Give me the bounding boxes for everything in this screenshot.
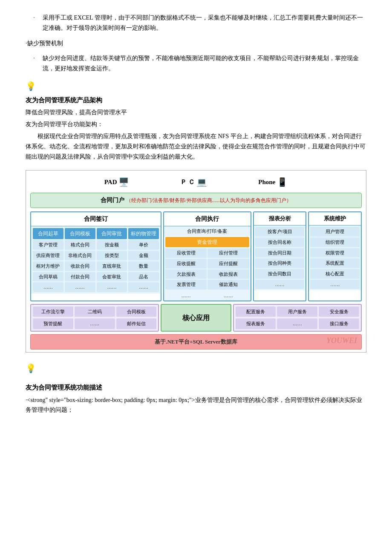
portal-main-label: 合同门户 xyxy=(101,197,124,203)
qianding-header: 合同签订 xyxy=(31,212,161,226)
xitong-cell-4: 系统配置 xyxy=(310,258,360,268)
zhixing-header: 合同执行 xyxy=(164,212,251,226)
col-moban: 合同模板 格式合同 非格式合同 收款合同 付款合同 …… xyxy=(65,228,95,292)
moban-cell-2: 非格式合同 xyxy=(65,251,95,260)
core-left-row2: 预管提醒 …… 邮件短信 xyxy=(33,318,156,329)
biaodi-cell-1: 单价 xyxy=(128,240,159,250)
baobiao-cell-4: 按合同种类 xyxy=(255,258,305,268)
zhixing-cell-3: 应收提醒 xyxy=(165,259,207,269)
zijin-header: 资金管理 xyxy=(165,237,249,247)
xitong-cell-6: …… xyxy=(310,280,360,289)
main-sections-row: 合同签订 合同起草 客户管理 供应商管理 框对方维护 合同草稿 …… 合同模板 … xyxy=(30,211,362,301)
shenpi-cell-1: 按金额 xyxy=(97,240,127,250)
bottom-para: ·<strong" style="box-sizing: border-box;… xyxy=(26,395,366,416)
section-warning: ·缺少预警机制 xyxy=(26,38,366,49)
core-left-cell-5: …… xyxy=(75,318,115,329)
warning-label: ·缺少预警机制 xyxy=(26,40,63,46)
core-right-cell-4: 报表服务 xyxy=(236,318,276,329)
xitong-cell-1: 用户管理 xyxy=(310,227,360,237)
pc-label: Ｐ Ｃ xyxy=(180,177,195,188)
moban-cell-4: 付款合同 xyxy=(65,272,95,282)
core-left-row1: 工作流引擎 二维码 合同模板 xyxy=(33,306,156,317)
zhixing-dots: ………… xyxy=(164,291,251,301)
core-left-cell-4: 预管提醒 xyxy=(33,318,73,329)
core-center-label: 核心应用 xyxy=(182,312,210,324)
biaodi-cell-2: 金额 xyxy=(128,251,159,260)
paragraph-1: · 采用手工或 EXCEL 管理时，由于不同部门的数据格式不统一，采集也不能够及… xyxy=(26,13,366,33)
core-left-cell-2: 二维码 xyxy=(75,306,115,317)
zhixing-grid: 应收管理 应付管理 应收提醒 应付提醒 欠款报表 收款报表 发票管理 催款通知 xyxy=(164,248,251,291)
baobiao-cell-1: 按客户/项目 xyxy=(255,227,305,237)
zhixing-sub: 合同查询/打印/备案 xyxy=(164,226,251,236)
zhixing-cell-7: 发票管理 xyxy=(165,280,207,289)
baobiao-cell-6: …… xyxy=(255,280,305,289)
qianding-section: 合同签订 合同起草 客户管理 供应商管理 框对方维护 合同草稿 …… 合同模板 … xyxy=(30,211,161,301)
core-right-row2: 报表服务 …… 接口服务 xyxy=(236,318,359,329)
zhixing-section: 合同执行 合同查询/打印/备案 资金管理 应收管理 应付管理 应收提醒 应付提醒… xyxy=(163,211,251,301)
core-right: 配置服务 用户服务 安全服务 报表服务 …… 接口服务 xyxy=(233,304,362,332)
qianding-columns: 合同起草 客户管理 供应商管理 框对方维护 合同草稿 …… 合同模板 格式合同 … xyxy=(31,226,161,294)
core-left: 工作流引擎 二维码 合同模板 预管提醒 …… 邮件短信 xyxy=(30,304,159,332)
intro-paragraph: 根据现代企业合同管理的应用特点及管理瓶颈，友为合同管理系统在 NFS 平台上，构… xyxy=(26,131,366,162)
xitong-cell-3: 权限管理 xyxy=(310,248,360,258)
core-left-cell-3: 合同模板 xyxy=(116,306,157,317)
moban-cell-1: 格式合同 xyxy=(65,240,95,250)
device-row: PAD 🖥️ Ｐ Ｃ 💻 Phone 📱 xyxy=(30,175,362,189)
biaodi-cell-5: …… xyxy=(128,282,159,292)
lightbulb-icon-2: 💡 xyxy=(26,361,366,376)
xitong-cell-2: 组织管理 xyxy=(310,237,360,247)
core-right-cell-5: …… xyxy=(277,318,317,329)
bottom-section: 友为合同管理系统功能描述 ·<strong" style="box-sizing… xyxy=(26,382,366,415)
bullet-1: · xyxy=(26,13,43,33)
baobiao-cell-2: 按合同名称 xyxy=(255,237,305,247)
para-1-text: 采用手工或 EXCEL 管理时，由于不同部门的数据格式不统一，采集也不能够及时继… xyxy=(43,13,366,33)
baobiao-section: 报表分析 按客户/项目 按合同名称 按合同日期 按合同种类 按合同数目 …… xyxy=(253,211,307,301)
col-biaodi-header: 标的物管理 xyxy=(128,228,159,239)
pc-icon: 💻 xyxy=(196,175,207,189)
baobiao-cell-3: 按合同日期 xyxy=(255,248,305,258)
moban-cell-3: 收款合同 xyxy=(65,261,95,271)
platform-base: 基于.NET平台+SQL Server数据库 YOUWEI xyxy=(30,334,362,350)
core-center: 核心应用 xyxy=(161,304,231,332)
portal-sub-label: （经办部门/法务部/财务部/外部供应商......以人为导向的多角色应用门户） xyxy=(126,197,291,203)
baobiao-cell-5: 按合同数目 xyxy=(255,269,305,279)
para-2-text: 缺少对合同进度、结款等关键节点的预警，不能准确地预测近期可能的收支项目，不能帮助… xyxy=(43,53,366,74)
portal-banner: 合同门户 （经办部门/法务部/财务部/外部供应商......以人为导向的多角色应… xyxy=(30,193,362,208)
pad-icon: 🖥️ xyxy=(118,175,129,189)
lightbulb-icon-1: 💡 xyxy=(26,79,366,93)
arch-title-1: 友为合同管理系统产品架构 xyxy=(26,95,366,106)
shenpi-cell-2: 按类型 xyxy=(97,251,127,260)
col-shenpi-header: 合同审批 xyxy=(97,228,127,239)
core-row: 工作流引擎 二维码 合同模板 预管提醒 …… 邮件短信 核心应用 配置服务 用户… xyxy=(30,304,362,332)
architecture-diagram: PAD 🖥️ Ｐ Ｃ 💻 Phone 📱 合同门户 （经办部门/法务部/财务部/… xyxy=(26,170,366,353)
phone-label: Phone xyxy=(258,177,275,188)
shenpi-cell-4: 会签审批 xyxy=(97,272,127,282)
core-right-row1: 配置服务 用户服务 安全服务 xyxy=(236,306,359,317)
arch-subtitle: 降低合同管理风险，提高合同管理水平 xyxy=(26,107,366,118)
baobiao-header: 报表分析 xyxy=(254,212,306,225)
zhixing-cell-6: 收款报表 xyxy=(208,269,249,279)
core-left-cell-6: 邮件短信 xyxy=(116,318,157,329)
qicao-cell-2: 供应商管理 xyxy=(33,251,63,260)
pad-label: PAD xyxy=(104,177,117,188)
xitong-section: 系统维护 用户管理 组织管理 权限管理 系统配置 核心配置 …… xyxy=(308,211,362,301)
paragraph-2: · 缺少对合同进度、结款等关键节点的预警，不能准确地预测近期可能的收支项目，不能… xyxy=(26,53,366,74)
qicao-cell-1: 客户管理 xyxy=(33,240,63,250)
col-qicao-header: 合同起草 xyxy=(33,228,63,239)
zhixing-cell-4: 应付提醒 xyxy=(208,259,249,269)
col-qicao: 合同起草 客户管理 供应商管理 框对方维护 合同草稿 …… xyxy=(33,228,63,292)
core-right-cell-2: 用户服务 xyxy=(277,306,317,317)
zhixing-cell-2: 应付管理 xyxy=(208,248,249,258)
device-phone: Phone 📱 xyxy=(258,175,288,189)
platform-watermark: YOUWEI xyxy=(326,334,357,347)
shenpi-cell-3: 直线审批 xyxy=(97,261,127,271)
device-pc: Ｐ Ｃ 💻 xyxy=(180,175,207,189)
xitong-header: 系统维护 xyxy=(309,212,361,225)
col-moban-header: 合同模板 xyxy=(65,228,95,239)
biaodi-cell-4: 品名 xyxy=(128,272,159,282)
zhixing-cell-8: 催款通知 xyxy=(208,280,249,289)
zhixing-cell-5: 欠款报表 xyxy=(165,269,207,279)
core-left-cell-1: 工作流引擎 xyxy=(33,306,73,317)
col-biaodi: 标的物管理 单价 金额 数量 品名 …… xyxy=(128,228,159,292)
arch-label: 友为合同管理平台功能架构： xyxy=(26,119,366,130)
